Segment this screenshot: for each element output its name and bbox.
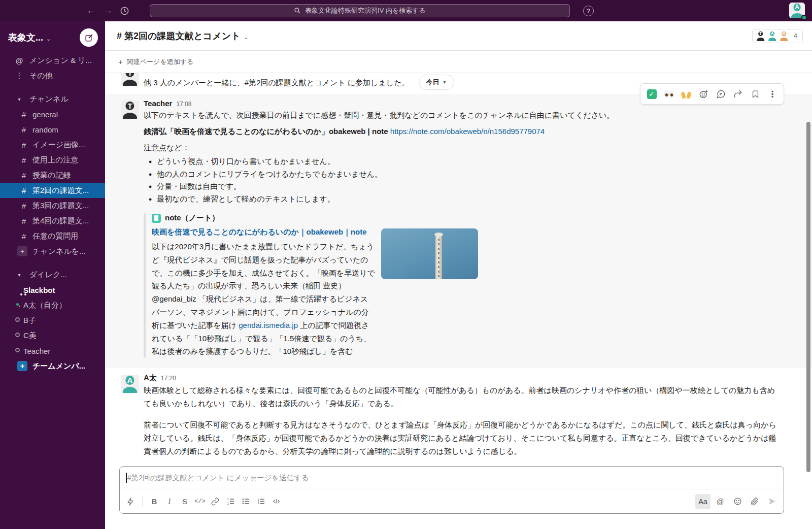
search-input[interactable]: 表象文化論特殊研究演習IV 内を検索する (150, 4, 570, 17)
ordered-list-button[interactable]: 12 (223, 494, 238, 509)
reply-in-thread-button[interactable] (713, 86, 729, 102)
sidebar-channel-assignment3[interactable]: #第3回の課題文... (0, 198, 105, 213)
react-raised-hands-button[interactable] (678, 86, 694, 102)
invite-members-button[interactable]: + チームメンバ... (0, 358, 105, 374)
sidebar-channel-assignment4[interactable]: #第4回の課題文... (0, 213, 105, 228)
sidebar-channel-usage-notes[interactable]: #使用上の注意 (0, 152, 105, 168)
emoji-button[interactable] (730, 494, 745, 509)
help-icon[interactable]: ? (583, 6, 594, 16)
chevron-down-icon: ⌄ (244, 34, 249, 41)
message-text-intro: 以下のテキストを読んで、次回授業日の前日までに感想・疑問・意見・批判などのコメン… (144, 109, 782, 122)
hide-formatting-button[interactable]: Aa (695, 494, 710, 509)
code-block-button[interactable] (268, 494, 284, 509)
share-arrow-icon (733, 89, 743, 99)
message-timestamp[interactable]: 17:20 (161, 375, 176, 382)
dm-self[interactable]: A A太（自分） (0, 297, 105, 313)
eyes-icon (664, 91, 674, 97)
message-author[interactable]: Teacher (144, 73, 172, 75)
presence-offline-icon (15, 317, 20, 322)
italic-button[interactable]: I (162, 494, 177, 509)
emoji-icon (733, 497, 742, 506)
presence-indicator (801, 15, 807, 20)
sidebar-item-more[interactable]: ⋮ その他 (0, 68, 105, 83)
add-reaction-button[interactable] (695, 86, 712, 102)
message-text-reference: 銭清弘「映画を倍速で見ることのなにがわるいのか」obakeweb | note … (144, 125, 782, 138)
sidebar-channel-random[interactable]: #random (0, 122, 105, 137)
sidebar-channel-assignment2-selected[interactable]: #第2回の課題文... (0, 183, 105, 198)
top-bar: ← → 表象文化論特殊研究演習IV 内を検索する ? A (0, 0, 812, 21)
divider (142, 496, 143, 507)
link-icon (211, 498, 219, 506)
share-message-button[interactable] (730, 86, 746, 102)
add-canvas-tab[interactable]: + 関連ページを追加する (105, 51, 812, 73)
channel-title[interactable]: # 第2回の課題文献とコメント (117, 30, 241, 42)
search-icon (294, 7, 301, 14)
dm-slackbot[interactable]: Slackbot (0, 282, 105, 297)
raised-hands-icon (681, 89, 691, 98)
dm-section-header[interactable]: ▾ ダイレク... (0, 267, 105, 282)
at-icon: @ (14, 56, 24, 65)
plus-icon: + (17, 246, 27, 256)
chevron-down-icon: ⌄ (46, 36, 51, 42)
message-author[interactable]: A太 (144, 373, 157, 383)
channels-section-header[interactable]: ▾ チャンネル (0, 91, 105, 107)
strikethrough-button[interactable]: S (177, 494, 192, 509)
presence-offline-icon (15, 333, 20, 337)
history-clock-icon[interactable] (120, 6, 129, 16)
message-list: ✓ ⋮ T (105, 73, 812, 459)
message-timestamp[interactable]: 17:08 (176, 101, 191, 108)
history-back-icon[interactable]: ← (86, 5, 96, 16)
avatar[interactable]: A (121, 375, 139, 393)
message-input[interactable]: #第2回の課題文献とコメント にメッセージを送信する (120, 467, 784, 489)
sidebar-channel-image[interactable]: #イメージ画像... (0, 137, 105, 152)
link-button[interactable] (208, 494, 223, 509)
list-item: ●他の人のコメントにリプライをつけるかたちでもかまいません。 (144, 168, 782, 181)
blockquote-button[interactable] (253, 494, 268, 509)
channel-header: # 第2回の課題文献とコメント ⌄ T A B 4 (105, 21, 812, 51)
react-eyes-button[interactable] (661, 86, 677, 102)
inline-code-button[interactable]: </> (192, 494, 208, 509)
bookmark-icon (751, 90, 760, 98)
sidebar-channel-general[interactable]: #general (0, 107, 105, 122)
react-white-check-mark-button[interactable]: ✓ (644, 86, 660, 102)
new-message-button[interactable] (80, 28, 98, 47)
vertical-scrollbar[interactable] (806, 122, 810, 472)
message-timestamp[interactable]: 17:05 (176, 73, 191, 75)
more-actions-button[interactable]: ⋮ (764, 86, 781, 102)
lightning-icon (126, 498, 134, 506)
history-forward-icon[interactable]: → (103, 5, 113, 16)
message-paragraph: 映画体験として総称される様々な要素には、回復可能であるものと回復不可能な（可能性… (144, 384, 782, 410)
avatar[interactable]: T (121, 101, 139, 119)
message-author[interactable]: Teacher (144, 99, 172, 108)
add-channel-button[interactable]: + チャンネルを... (0, 244, 105, 259)
mention-button[interactable]: @ (713, 494, 728, 509)
message-text-notes-label: 注意点など： (144, 141, 782, 154)
shortcuts-button[interactable] (123, 494, 138, 509)
user-avatar[interactable]: A (789, 3, 805, 18)
note-article-link[interactable]: https://note.com/obakeweb/n/n156d9577907… (390, 127, 545, 136)
save-message-button[interactable] (747, 86, 763, 102)
preview-thumbnail-image[interactable] (381, 228, 478, 279)
dm-teacher[interactable]: T Teacher (0, 343, 105, 358)
preview-title-link[interactable]: 映画を倍速で見ることのなにがわるいのか｜obakeweb｜note (152, 226, 375, 238)
sidebar: 表象文... ⌄ @ メンション & リ... ⋮ その他 ▾ チャンネル #g… (0, 21, 105, 529)
more-vertical-icon: ⋮ (14, 71, 24, 80)
bold-button[interactable]: B (147, 494, 162, 509)
send-message-button[interactable] (764, 494, 780, 509)
plus-icon: + (17, 361, 27, 371)
link-preview-card: note（ノート） 映画を倍速で見ることのなにがわるいのか｜obakeweb｜n… (144, 213, 782, 358)
gendai-link[interactable]: gendai.ismedia.jp (239, 321, 298, 329)
dm-bko[interactable]: B B子 (0, 313, 105, 328)
sidebar-channel-class-records[interactable]: #授業の記録 (0, 168, 105, 183)
avatar[interactable]: T (121, 73, 139, 86)
list-item: ●最初なので、練習として軽めのテキストにします。 (144, 193, 782, 206)
workspace-name[interactable]: 表象文... (8, 31, 43, 44)
sidebar-channel-questions[interactable]: #任意の質問用 (0, 228, 105, 244)
sidebar-item-mentions[interactable]: @ メンション & リ... (0, 53, 105, 68)
attach-file-button[interactable] (747, 494, 762, 509)
dm-cmi[interactable]: C C美 (0, 328, 105, 343)
bulleted-list-button[interactable] (238, 494, 253, 509)
date-pill-today[interactable]: 今日 ▼ (419, 75, 455, 90)
channel-members-button[interactable]: T A B 4 (752, 29, 803, 43)
channel-ref[interactable]: #第2回の課題文献とコメント (245, 78, 346, 87)
